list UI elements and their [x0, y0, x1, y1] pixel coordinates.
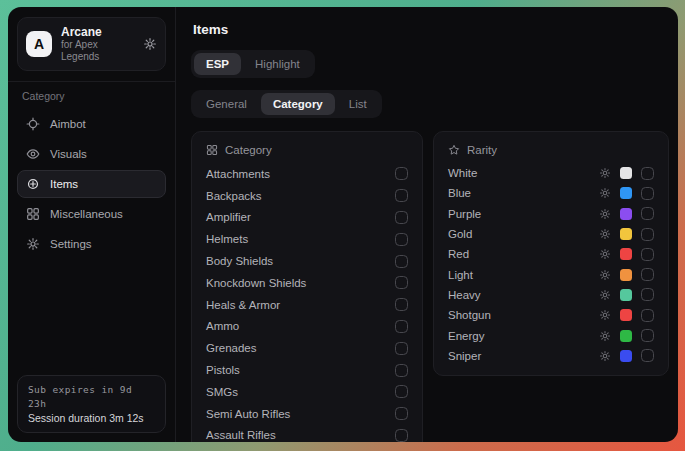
sidebar-nav: Aimbot Visuals Items Miscellaneous Setti…: [17, 110, 166, 258]
category-panel-title: Category: [225, 144, 272, 156]
sidebar-item-visuals[interactable]: Visuals: [17, 140, 166, 168]
category-row-helmets: Helmets: [206, 228, 408, 250]
rarity-row-light: Light: [448, 264, 654, 284]
checkbox-attachments[interactable]: [395, 167, 408, 180]
rarity-row-blue: Blue: [448, 183, 654, 203]
brand-name: Arcane: [61, 25, 134, 39]
category-list: Attachments Backpacks Amplifier Helmets …: [206, 163, 408, 442]
sidebar-item-items[interactable]: Items: [17, 170, 166, 198]
rarity-row-energy: Energy: [448, 325, 654, 345]
arcane-app-window: A Arcane for Apex Legends Category Aimbo…: [8, 7, 678, 442]
checkbox-body-shields[interactable]: [395, 255, 408, 268]
checkbox-red[interactable]: [641, 248, 654, 261]
checkbox-ammo[interactable]: [395, 320, 408, 333]
session-duration: Session duration 3m 12s: [28, 411, 155, 425]
rarity-color-swatch-sniper[interactable]: [620, 350, 632, 362]
gear-icon[interactable]: [599, 350, 611, 362]
checkbox-heavy[interactable]: [641, 288, 654, 301]
gear-icon[interactable]: [599, 309, 611, 321]
checkbox-blue[interactable]: [641, 187, 654, 200]
sidebar-section-label: Category: [22, 90, 161, 102]
gear-icon[interactable]: [143, 37, 157, 51]
category-row-pistols: Pistols: [206, 359, 408, 381]
checkbox-white[interactable]: [641, 167, 654, 180]
category-row-heals-armor: Heals & Armor: [206, 294, 408, 316]
rarity-panel-title: Rarity: [467, 144, 497, 156]
category-row-body-shields: Body Shields: [206, 250, 408, 272]
checkbox-knockdown-shields[interactable]: [395, 276, 408, 289]
tab-highlight[interactable]: Highlight: [243, 53, 312, 75]
sidebar-item-settings[interactable]: Settings: [17, 230, 166, 258]
sidebar-item-miscellaneous[interactable]: Miscellaneous: [17, 200, 166, 228]
brand-card: A Arcane for Apex Legends: [17, 17, 166, 71]
checkbox-gold[interactable]: [641, 228, 654, 241]
subscription-info-card: Sub expires in 9d 23h Session duration 3…: [17, 375, 166, 433]
gear-icon[interactable]: [599, 330, 611, 342]
checkbox-grenades[interactable]: [395, 342, 408, 355]
gear-icon[interactable]: [599, 167, 611, 179]
checkbox-assault-rifles[interactable]: [395, 429, 408, 442]
gear-icon[interactable]: [599, 269, 611, 281]
arcane-logo: A: [26, 31, 52, 57]
rarity-color-swatch-light[interactable]: [620, 269, 632, 281]
rarity-color-swatch-heavy[interactable]: [620, 289, 632, 301]
rarity-color-swatch-white[interactable]: [620, 167, 632, 179]
sidebar: A Arcane for Apex Legends Category Aimbo…: [8, 7, 176, 442]
tab-category[interactable]: Category: [261, 93, 335, 115]
grid-icon: [206, 144, 218, 156]
gear-icon[interactable]: [599, 187, 611, 199]
esp-highlight-toggle: ESPHighlight: [191, 50, 315, 78]
checkbox-shotgun[interactable]: [641, 309, 654, 322]
checkbox-purple[interactable]: [641, 207, 654, 220]
rarity-row-red: Red: [448, 244, 654, 264]
rarity-color-swatch-blue[interactable]: [620, 187, 632, 199]
checkbox-energy[interactable]: [641, 329, 654, 342]
grid-icon: [26, 207, 40, 221]
category-row-amplifier: Amplifier: [206, 207, 408, 229]
gear-icon[interactable]: [599, 208, 611, 220]
gear-icon[interactable]: [599, 289, 611, 301]
checkbox-helmets[interactable]: [395, 233, 408, 246]
rarity-row-gold: Gold: [448, 224, 654, 244]
rarity-color-swatch-gold[interactable]: [620, 228, 632, 240]
checkbox-heals-armor[interactable]: [395, 298, 408, 311]
category-row-assault-rifles: Assault Rifles: [206, 425, 408, 442]
category-row-smgs: SMGs: [206, 381, 408, 403]
checkbox-backpacks[interactable]: [395, 189, 408, 202]
view-tabs: GeneralCategoryList: [191, 90, 382, 118]
loot-circle-icon: [26, 177, 40, 191]
checkbox-sniper[interactable]: [641, 349, 654, 362]
category-row-attachments: Attachments: [206, 163, 408, 185]
page-title: Items: [193, 22, 678, 37]
rarity-row-purple: Purple: [448, 204, 654, 224]
rarity-row-white: White: [448, 163, 654, 183]
checkbox-semi-auto-rifles[interactable]: [395, 407, 408, 420]
category-row-grenades: Grenades: [206, 337, 408, 359]
category-row-ammo: Ammo: [206, 316, 408, 338]
gear-icon[interactable]: [599, 248, 611, 260]
rarity-panel: Rarity White Blue Purple Gold: [433, 131, 669, 376]
checkbox-light[interactable]: [641, 268, 654, 281]
rarity-row-heavy: Heavy: [448, 285, 654, 305]
brand-subtitle: for Apex Legends: [61, 39, 134, 63]
rarity-color-swatch-shotgun[interactable]: [620, 309, 632, 321]
tab-general[interactable]: General: [194, 93, 259, 115]
rarity-color-swatch-red[interactable]: [620, 248, 632, 260]
category-row-knockdown-shields: Knockdown Shields: [206, 272, 408, 294]
category-row-semi-auto-rifles: Semi Auto Rifles: [206, 403, 408, 425]
checkbox-smgs[interactable]: [395, 385, 408, 398]
rarity-row-shotgun: Shotgun: [448, 305, 654, 325]
gear-icon[interactable]: [599, 228, 611, 240]
checkbox-pistols[interactable]: [395, 364, 408, 377]
checkbox-amplifier[interactable]: [395, 211, 408, 224]
sidebar-item-aimbot[interactable]: Aimbot: [17, 110, 166, 138]
rarity-color-swatch-energy[interactable]: [620, 330, 632, 342]
rarity-list: White Blue Purple Gold Red: [448, 163, 654, 366]
main-content: Items ESPHighlight GeneralCategoryList C…: [176, 7, 678, 442]
category-panel: Category Attachments Backpacks Amplifier…: [191, 131, 423, 442]
star-icon: [448, 144, 460, 156]
gear-icon: [26, 237, 40, 251]
tab-list[interactable]: List: [337, 93, 379, 115]
rarity-color-swatch-purple[interactable]: [620, 208, 632, 220]
tab-esp[interactable]: ESP: [194, 53, 241, 75]
